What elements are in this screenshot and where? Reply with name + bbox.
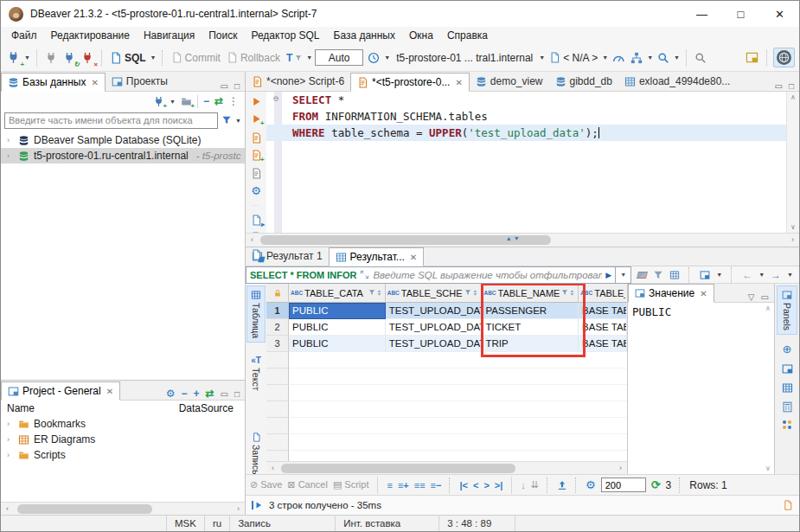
filter-sort-icons[interactable] bbox=[368, 289, 383, 297]
disconnect-button[interactable]: × bbox=[80, 50, 95, 66]
first-page-icon[interactable]: |< bbox=[459, 480, 468, 490]
scroll-left-icon[interactable]: ‹ bbox=[1, 503, 14, 516]
save-button[interactable]: ⊘ Save bbox=[250, 479, 282, 490]
scroll-up-icon[interactable]: ∧ bbox=[790, 93, 796, 101]
presentation-tab-record[interactable]: Запись bbox=[246, 428, 266, 478]
tree-item-sample-database[interactable]: › DBeaver Sample Database (SQLite) bbox=[1, 132, 245, 148]
calc-panel-icon[interactable] bbox=[782, 401, 793, 413]
new-folder-icon[interactable]: + bbox=[181, 96, 192, 107]
new-connection-icon[interactable]: + bbox=[153, 96, 164, 107]
minimize-button[interactable]: — bbox=[682, 1, 721, 27]
status-timezone[interactable]: MSK bbox=[167, 516, 205, 531]
close-icon[interactable]: ✕ bbox=[455, 78, 462, 87]
close-icon[interactable]: ✕ bbox=[91, 78, 98, 87]
export-results-icon[interactable] bbox=[557, 480, 567, 490]
grid-cell[interactable]: BASE TABLE bbox=[579, 336, 627, 352]
grid-cell[interactable]: TEST_UPLOAD_DAT bbox=[386, 336, 483, 352]
notifications-icon[interactable] bbox=[783, 500, 793, 510]
duplicate-row-icon[interactable]: ≡≡ bbox=[414, 480, 426, 490]
menu-window[interactable]: Окна bbox=[402, 29, 440, 42]
grid-cell[interactable]: PASSENGER bbox=[482, 303, 579, 319]
script-button[interactable]: ▤ Script bbox=[333, 479, 369, 490]
metadata-panel-icon[interactable] bbox=[783, 420, 791, 429]
presentation-tab-text[interactable]: «T Текст bbox=[246, 351, 266, 394]
grid-cell[interactable]: BASE TABLE bbox=[579, 303, 627, 319]
transaction-timer-icon[interactable] bbox=[366, 50, 381, 66]
fetch-next-icon[interactable]: ↓ bbox=[521, 480, 526, 490]
erase-filter-icon[interactable] bbox=[637, 272, 648, 279]
scroll-down-icon[interactable]: ∨ bbox=[765, 465, 771, 472]
grid-cell[interactable]: TICKET bbox=[482, 319, 579, 336]
minimize-editor-icon[interactable]: ▭ bbox=[775, 81, 783, 91]
execute-script-button[interactable] bbox=[251, 131, 262, 143]
transaction-log-button[interactable]: T bbox=[285, 50, 304, 66]
menu-edit[interactable]: Редактирование bbox=[44, 29, 137, 42]
grid-cell[interactable]: PUBLIC bbox=[289, 336, 386, 352]
tree-item-bookmarks[interactable]: › Bookmarks bbox=[1, 416, 245, 432]
filter-input-box[interactable]: SELECT * FROM INFOR ▶ bbox=[246, 266, 616, 284]
object-search-button[interactable] bbox=[656, 50, 671, 66]
edit-row-icon[interactable]: ≡ bbox=[387, 480, 392, 490]
menu-file[interactable]: Файл bbox=[4, 29, 44, 42]
aggregate-panel-icon[interactable] bbox=[782, 382, 793, 394]
row-number[interactable]: 3 bbox=[266, 336, 289, 352]
next-page-icon[interactable]: > bbox=[483, 480, 489, 490]
nav-back-dropdown[interactable]: ▼ bbox=[758, 272, 765, 278]
scroll-left-icon[interactable]: ‹ bbox=[266, 462, 279, 475]
panel-minimize-icon[interactable]: ▭ bbox=[761, 292, 769, 302]
apply-filter-icon[interactable]: ▶ bbox=[605, 271, 611, 279]
collapse-all-icon[interactable]: − bbox=[203, 95, 209, 107]
explain-plan-button[interactable] bbox=[251, 167, 262, 179]
row-number[interactable]: 2 bbox=[266, 319, 289, 336]
last-page-icon[interactable]: >| bbox=[495, 480, 503, 490]
fetch-size-input[interactable] bbox=[601, 478, 646, 492]
column-header-table-schema[interactable]: ABCTABLE_SCHEI bbox=[386, 284, 483, 303]
tab-demo-view[interactable]: demo_view bbox=[470, 72, 549, 91]
grid-cell[interactable]: BASE TABLE bbox=[579, 319, 627, 336]
close-button[interactable]: ✕ bbox=[760, 1, 799, 27]
connect-button[interactable] bbox=[43, 50, 59, 66]
nav-forward-dropdown[interactable]: ▼ bbox=[787, 272, 793, 278]
network-dropdown[interactable]: ▼ bbox=[647, 54, 653, 61]
tab-exload-table[interactable]: exload_4994de80... bbox=[618, 72, 736, 91]
expand-chevron-icon[interactable]: › bbox=[7, 136, 14, 144]
value-viewer-panel-icon[interactable] bbox=[782, 363, 793, 375]
close-icon[interactable]: ✕ bbox=[700, 289, 707, 298]
nav-back-icon[interactable]: ← bbox=[742, 269, 752, 281]
expand-filter-icon[interactable] bbox=[360, 270, 369, 279]
filter-sort-icons[interactable] bbox=[464, 289, 479, 297]
grid-cell[interactable]: PUBLIC bbox=[289, 303, 386, 319]
timer-dropdown[interactable]: ▼ bbox=[384, 54, 390, 61]
fetch-all-icon[interactable]: ⇊ bbox=[531, 479, 539, 490]
tab-gibdd-db[interactable]: gibdd_db bbox=[549, 72, 618, 91]
open-in-grid-button[interactable]: ▦ bbox=[251, 249, 262, 260]
scroll-thumb[interactable] bbox=[281, 464, 515, 473]
column-datasource[interactable]: DataSource bbox=[179, 402, 239, 414]
execute-new-tab-button[interactable]: + bbox=[251, 113, 262, 125]
grid-settings-gear-icon[interactable]: ⚙ bbox=[586, 478, 596, 491]
grid-cell[interactable]: TEST_UPLOAD_DAT bbox=[386, 319, 483, 336]
connection-type-dropdown[interactable]: ▼ bbox=[170, 99, 176, 105]
tab-project-general[interactable]: Project - General ✕ bbox=[1, 381, 120, 401]
maximize-button[interactable]: □ bbox=[721, 1, 760, 27]
commit-button[interactable]: Commit bbox=[170, 50, 222, 66]
sql-code-editor[interactable]: ⊖ SELECT * FROM INFORMATION_SCHEMA.table… bbox=[266, 92, 786, 233]
active-connection-combo[interactable]: t5-prostore-01 ... tral1.internal bbox=[393, 52, 536, 64]
custom-filter-grid-icon[interactable] bbox=[669, 270, 680, 280]
scroll-track[interactable] bbox=[259, 234, 786, 247]
panel-menu-icon[interactable]: ▽ bbox=[748, 292, 755, 302]
export-from-query-button[interactable]: ▸ bbox=[251, 215, 262, 226]
status-language[interactable]: ru bbox=[205, 516, 230, 531]
column-name[interactable]: Name bbox=[7, 402, 35, 414]
new-connection-dropdown[interactable]: ▼ bbox=[24, 54, 30, 61]
filter-history-dropdown[interactable]: ▼ bbox=[616, 266, 631, 284]
view-menu-icon[interactable]: ⋮ bbox=[228, 95, 240, 107]
expand-chevron-icon[interactable]: › bbox=[7, 451, 14, 459]
panels-dropdown[interactable]: ▼ bbox=[716, 272, 722, 278]
scroll-right-icon[interactable]: › bbox=[232, 503, 245, 516]
tab-databases[interactable]: Базы данных ✕ bbox=[1, 73, 106, 92]
menu-help[interactable]: Справка bbox=[440, 29, 495, 42]
connection-dropdown[interactable]: ▼ bbox=[539, 54, 545, 61]
active-schema-combo[interactable]: < N/A > bbox=[547, 50, 599, 66]
close-icon[interactable]: ✕ bbox=[106, 387, 113, 396]
